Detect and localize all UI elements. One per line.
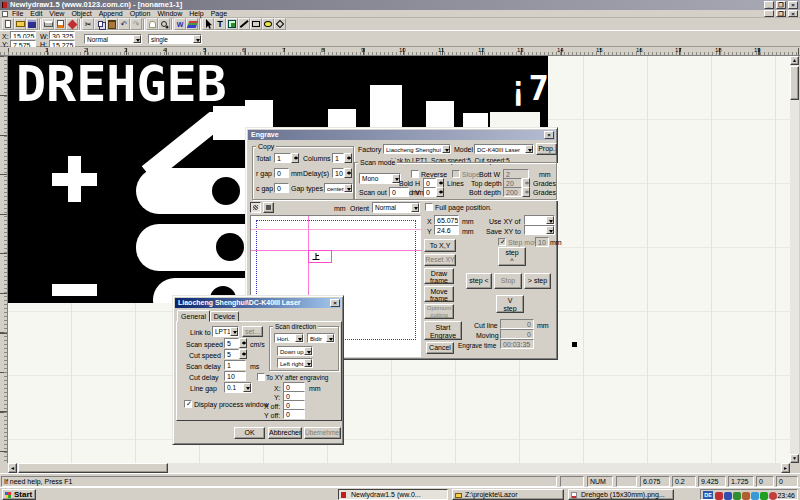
- fullpage-checkbox[interactable]: [425, 203, 433, 211]
- tab-general[interactable]: General: [177, 310, 210, 322]
- zoom-icon[interactable]: [158, 18, 170, 30]
- chevron-down-icon[interactable]: [230, 327, 238, 336]
- scandir-bidir-select[interactable]: Bidir: [307, 333, 335, 343]
- chevron-down-icon[interactable]: [243, 383, 251, 392]
- line-tool-icon[interactable]: [238, 18, 250, 30]
- select-tool-icon[interactable]: [202, 18, 214, 30]
- chevron-down-icon[interactable]: [133, 35, 141, 43]
- tray-icon[interactable]: [733, 492, 741, 500]
- factory-select[interactable]: Liaocheng Shenghui: [383, 144, 451, 154]
- open-file-icon[interactable]: [14, 18, 26, 30]
- tray-icon[interactable]: [742, 492, 750, 500]
- tray-icon[interactable]: [715, 492, 723, 500]
- mode-select[interactable]: single: [148, 34, 202, 44]
- cgap-input[interactable]: 0: [274, 183, 289, 193]
- step-right-button[interactable]: > step: [524, 273, 551, 289]
- menu-view[interactable]: View: [49, 10, 64, 18]
- laser-dialog-titlebar[interactable]: Liaocheng Shenghui\DC-K40III Laser: [175, 298, 341, 308]
- gaptypes-select[interactable]: centers: [324, 183, 353, 193]
- close-button[interactable]: ×: [788, 1, 798, 9]
- scroll-up-button[interactable]: ▲: [790, 56, 799, 65]
- mdi-restore-button[interactable]: ❐: [776, 10, 786, 17]
- menu-page[interactable]: Page: [211, 10, 227, 18]
- step-down-button[interactable]: Vstep: [496, 295, 524, 313]
- rectangle-tool-icon[interactable]: [250, 18, 262, 30]
- uebernehmen-button[interactable]: Übernehmen: [304, 427, 341, 439]
- vertical-scrollbar[interactable]: ▲ ▼: [790, 56, 799, 463]
- pos-x-input[interactable]: 65.075: [434, 215, 459, 225]
- menu-file[interactable]: File: [12, 10, 23, 18]
- horizontal-scrollbar[interactable]: ◄ ►: [8, 463, 790, 473]
- set-button[interactable]: set...: [242, 326, 263, 337]
- tray-icon[interactable]: [751, 492, 759, 500]
- x-input[interactable]: 15.025: [10, 31, 36, 39]
- new-file-icon[interactable]: [2, 18, 14, 30]
- chevron-down-icon[interactable]: [326, 334, 334, 342]
- menu-append[interactable]: Append: [99, 10, 123, 18]
- task-button-image[interactable]: Drehgeb (15x30mm).png...: [568, 489, 674, 500]
- scanspeed-input[interactable]: 5: [224, 338, 239, 348]
- stop-button[interactable]: Stop: [494, 273, 522, 289]
- scroll-down-button[interactable]: ▼: [790, 454, 799, 463]
- weld-icon[interactable]: W: [174, 18, 186, 30]
- chevron-down-icon[interactable]: [304, 347, 312, 355]
- ellipse-tool-icon[interactable]: [262, 18, 274, 30]
- print-preview-icon[interactable]: [54, 18, 66, 30]
- menu-object[interactable]: Object: [71, 10, 91, 18]
- reverse-checkbox[interactable]: [411, 170, 419, 178]
- linkto-select[interactable]: LPT1: [212, 326, 239, 337]
- menu-help[interactable]: Help: [189, 10, 203, 18]
- optimum-button[interactable]: Optimum cutting: [424, 304, 454, 319]
- chevron-down-icon[interactable]: [411, 203, 419, 212]
- scanspeed-stepper[interactable]: [239, 338, 247, 348]
- chevron-down-icon[interactable]: [295, 334, 303, 342]
- copy-icon[interactable]: [94, 18, 106, 30]
- minimize-button[interactable]: _: [764, 1, 774, 9]
- scandir-leftright-select[interactable]: Left right: [277, 358, 313, 368]
- ok-button[interactable]: OK: [234, 427, 265, 439]
- engrave-dialog-titlebar[interactable]: Engrave: [248, 130, 555, 140]
- language-indicator[interactable]: DE: [703, 491, 713, 499]
- chevron-down-icon[interactable]: [442, 145, 450, 153]
- total-input[interactable]: 1: [274, 153, 291, 163]
- engrave-close-icon[interactable]: ×: [544, 131, 554, 139]
- cutdelay-input[interactable]: 10: [224, 371, 246, 381]
- maximize-button[interactable]: ❐: [776, 1, 786, 9]
- tray-icon[interactable]: [760, 492, 768, 500]
- abbrechen-button[interactable]: Abbrechen: [268, 427, 302, 439]
- cutspeed-input[interactable]: 5: [224, 349, 239, 359]
- task-button-folder[interactable]: Z:\projekte\Lazor: [452, 489, 564, 500]
- preview-grid-button[interactable]: [250, 202, 261, 213]
- boldv-stepper[interactable]: [436, 187, 444, 197]
- resetxy-button[interactable]: Reset XY: [424, 254, 456, 266]
- drawframe-button[interactable]: Draw frame: [424, 268, 454, 284]
- menu-option[interactable]: Option: [130, 10, 151, 18]
- cutspeed-stepper[interactable]: [239, 349, 247, 359]
- scandir-downup-select[interactable]: Down up: [277, 346, 313, 356]
- chevron-down-icon[interactable]: [525, 145, 533, 153]
- start-engrave-button[interactable]: Start Engrave: [424, 321, 462, 340]
- savexy-select[interactable]: [524, 225, 555, 235]
- delay-input[interactable]: 10: [332, 168, 344, 178]
- mdi-close-button[interactable]: ×: [788, 10, 798, 17]
- style-select[interactable]: Normal: [84, 34, 142, 44]
- gradient-icon[interactable]: [186, 18, 198, 30]
- print-icon[interactable]: [42, 18, 54, 30]
- linegap-select[interactable]: 0.1: [224, 382, 252, 393]
- cancel-button[interactable]: Cancel: [426, 342, 454, 354]
- export-icon[interactable]: [66, 18, 78, 30]
- moveframe-button[interactable]: Move frame: [424, 286, 454, 302]
- rgap-input[interactable]: 0: [274, 168, 289, 178]
- pos-y-input[interactable]: 24.6: [434, 225, 459, 235]
- chevron-down-icon[interactable]: [304, 359, 312, 367]
- columns-input[interactable]: 1: [332, 153, 344, 163]
- orient-select[interactable]: Normal: [372, 202, 420, 213]
- scanout-input[interactable]: 0: [389, 187, 409, 197]
- stepmove-input[interactable]: 10: [535, 237, 549, 247]
- start-button[interactable]: Start: [2, 489, 36, 500]
- step-up-button[interactable]: step^: [498, 247, 526, 266]
- slope-checkbox[interactable]: [452, 170, 460, 178]
- vertical-scroll-thumb[interactable]: [790, 66, 799, 100]
- chevron-down-icon[interactable]: [546, 216, 554, 224]
- document-icon[interactable]: [2, 11, 8, 17]
